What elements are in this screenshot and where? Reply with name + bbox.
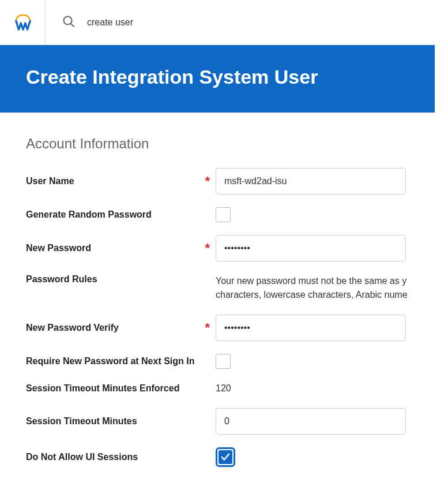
search-icon[interactable] (62, 14, 76, 31)
required-indicator: * (202, 175, 210, 188)
title-bar: Create Integration System User (0, 45, 435, 113)
do-not-allow-ui-sessions-label: Do Not Allow UI Sessions (26, 452, 196, 462)
workday-logo[interactable] (12, 14, 35, 31)
session-timeout-minutes-field[interactable] (216, 408, 406, 435)
generate-random-password-label: Generate Random Password (26, 210, 196, 220)
session-timeout-enforced-value: 120 (216, 382, 231, 395)
app-header (0, 0, 448, 45)
new-password-verify-label: New Password Verify (26, 323, 196, 333)
user-name-label: User Name (26, 176, 196, 186)
form-area: Account Information User Name * Generate… (0, 113, 435, 467)
do-not-allow-ui-sessions-checkbox[interactable] (216, 447, 235, 467)
new-password-field[interactable] (216, 235, 406, 261)
required-indicator: * (202, 242, 210, 255)
session-timeout-enforced-label: Session Timeout Minutes Enforced (26, 383, 196, 394)
svg-line-1 (71, 24, 74, 27)
password-rules-label: Password Rules (26, 274, 196, 285)
require-new-password-checkbox[interactable] (216, 354, 231, 369)
check-icon (220, 452, 231, 462)
required-indicator: * (202, 321, 210, 334)
generate-random-password-checkbox[interactable] (216, 207, 231, 222)
search-input[interactable] (87, 17, 260, 28)
new-password-label: New Password (26, 243, 196, 253)
section-heading: Account Information (26, 136, 435, 152)
require-new-password-label: Require New Password at Next Sign In (26, 356, 196, 367)
new-password-verify-field[interactable] (216, 315, 406, 341)
header-divider (45, 0, 46, 45)
user-name-field[interactable] (216, 168, 406, 195)
password-rules-text: Your new password must not be the same a… (216, 274, 432, 302)
session-timeout-minutes-label: Session Timeout Minutes (26, 416, 196, 427)
page-title: Create Integration System User (26, 66, 409, 88)
